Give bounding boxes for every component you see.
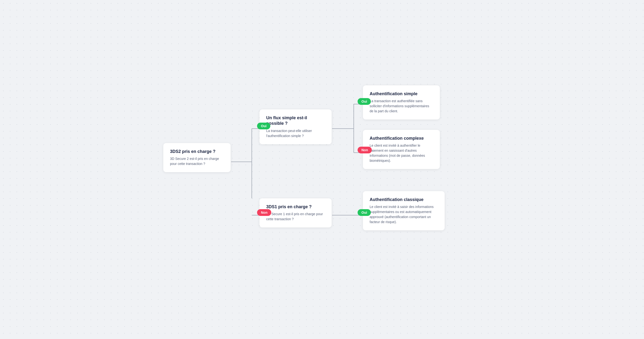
node-3ds1-desc: 3D Secure 1 est-il pris en charge pour c… [266, 212, 325, 222]
node-flux-title: Un flux simple est-il possible ? [266, 115, 325, 126]
node-auth-classique-desc: Le client est invité à saisir des inform… [370, 204, 438, 224]
node-auth-simple-title: Authentification simple [370, 91, 433, 97]
node-auth-simple: Authentification simple La transaction e… [363, 85, 440, 120]
badge-non-flux: Non [358, 147, 372, 154]
badge-oui-flux: Oui [358, 98, 371, 105]
node-3ds2-title: 3DS2 pris en charge ? [170, 149, 224, 154]
node-auth-classique: Authentification classique Le client est… [363, 191, 445, 230]
badge-oui-3ds1: Oui [358, 209, 371, 216]
node-flux: Un flux simple est-il possible ? La tran… [260, 110, 332, 144]
node-auth-classique-title: Authentification classique [370, 197, 438, 202]
node-3ds2: 3DS2 pris en charge ? 3D Secure 2 est-il… [163, 143, 230, 172]
badge-non-3ds2: Non [257, 209, 271, 216]
node-auth-simple-desc: La transaction est authentifiée sans sol… [370, 98, 433, 114]
node-auth-complexe-desc: Le client est invité à authentifier le p… [370, 143, 433, 163]
badge-oui-3ds2: Oui [257, 122, 270, 129]
node-flux-desc: La transaction peut-elle utiliser l'auth… [266, 128, 325, 138]
node-3ds2-desc: 3D Secure 2 est-il pris en charge pour c… [170, 156, 224, 166]
flowchart: 3DS2 pris en charge ? 3D Secure 2 est-il… [154, 61, 490, 278]
node-auth-complexe: Authentification complexe Le client est … [363, 130, 440, 169]
node-3ds1-title: 3DS1 pris en charge ? [266, 204, 325, 210]
node-auth-complexe-title: Authentification complexe [370, 136, 433, 141]
